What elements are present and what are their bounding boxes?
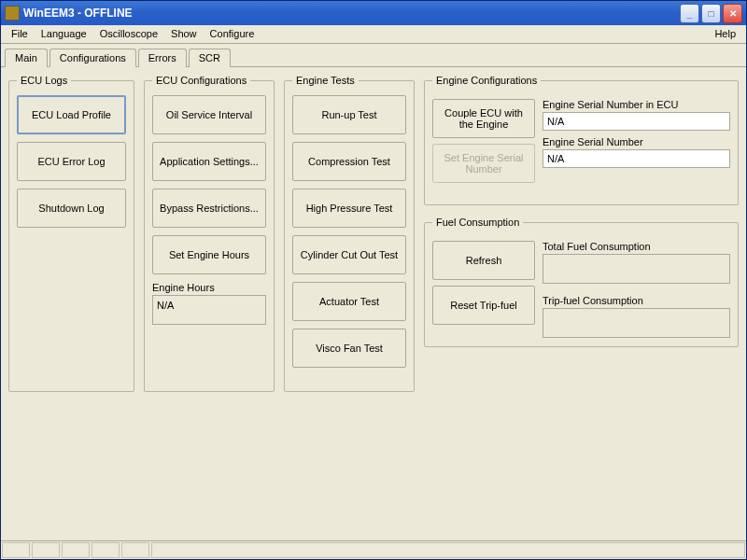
shutdown-log-button[interactable]: Shutdown Log [17,189,126,228]
couple-ecu-button[interactable]: Couple ECU with the Engine [432,99,535,138]
menu-file[interactable]: File [5,25,35,43]
ecu-logs-group: ECU Logs ECU Load Profile ECU Error Log … [8,75,134,392]
application-settings-button[interactable]: Application Settings... [152,142,266,181]
engine-hours-label: Engine Hours [152,282,266,293]
runup-test-button[interactable]: Run-up Test [292,95,406,134]
maximize-button[interactable]: □ [701,4,721,23]
statusbar [1,540,746,559]
close-button[interactable]: ✕ [723,4,742,23]
app-icon [5,6,20,21]
ecu-error-log-button[interactable]: ECU Error Log [17,142,126,181]
cylinder-cutout-test-button[interactable]: Cylinder Cut Out Test [292,235,406,274]
ecu-configurations-group: ECU Configurations Oil Service Interval … [144,75,275,392]
visco-fan-test-button[interactable]: Visco Fan Test [292,329,406,368]
engine-conf-legend: Engine Configurations [432,75,541,86]
serial-ecu-label: Engine Serial Number in ECU [543,99,730,110]
main-window: WinEEM3 - OFFLINE _ □ ✕ File Language Os… [0,0,747,560]
ecu-conf-legend: ECU Configurations [152,75,250,86]
tabbar: Main Configurations Errors SCR [1,44,746,67]
reset-tripfuel-button[interactable]: Reset Trip-fuel [432,286,535,325]
refresh-button[interactable]: Refresh [432,241,535,280]
ecu-logs-legend: ECU Logs [17,75,71,86]
trip-fuel-value [543,308,730,338]
engine-tests-group: Engine Tests Run-up Test Compression Tes… [284,75,415,392]
engine-tests-legend: Engine Tests [292,75,359,86]
tab-configurations[interactable]: Configurations [49,49,136,67]
content-area: ECU Logs ECU Load Profile ECU Error Log … [1,67,746,540]
total-fuel-label: Total Fuel Consumption [543,241,730,252]
oil-service-interval-button[interactable]: Oil Service Interval [152,95,266,134]
fuel-legend: Fuel Consumption [432,217,523,228]
actuator-test-button[interactable]: Actuator Test [292,282,406,321]
fuel-consumption-group: Fuel Consumption Refresh Reset Trip-fuel… [424,217,739,347]
ecu-load-profile-button[interactable]: ECU Load Profile [17,95,126,134]
titlebar: WinEEM3 - OFFLINE _ □ ✕ [1,1,746,25]
high-pressure-test-button[interactable]: High Pressure Test [292,189,406,228]
engine-configurations-group: Engine Configurations Couple ECU with th… [424,75,739,205]
window-title: WinEEM3 - OFFLINE [23,7,678,20]
engine-hours-value: N/A [152,295,266,325]
trip-fuel-label: Trip-fuel Consumption [543,295,730,306]
minimize-button[interactable]: _ [680,4,699,23]
menu-show[interactable]: Show [164,25,204,43]
serial-value: N/A [543,149,730,168]
menu-help[interactable]: Help [708,25,742,43]
set-engine-serial-button: Set Engine Serial Number [432,144,535,183]
tab-errors[interactable]: Errors [138,49,187,67]
menu-oscilloscope[interactable]: Oscilloscope [93,25,164,43]
set-engine-hours-button[interactable]: Set Engine Hours [152,235,266,274]
menu-configure[interactable]: Configure [204,25,261,43]
serial-ecu-value: N/A [543,112,730,131]
menubar: File Language Oscilloscope Show Configur… [1,25,746,44]
tab-scr[interactable]: SCR [189,49,231,67]
tab-main[interactable]: Main [5,49,48,67]
total-fuel-value [543,254,730,284]
bypass-restrictions-button[interactable]: Bypass Restrictions... [152,189,266,228]
compression-test-button[interactable]: Compression Test [292,142,406,181]
serial-label: Engine Serial Number [543,136,730,147]
menu-language[interactable]: Language [35,25,93,43]
